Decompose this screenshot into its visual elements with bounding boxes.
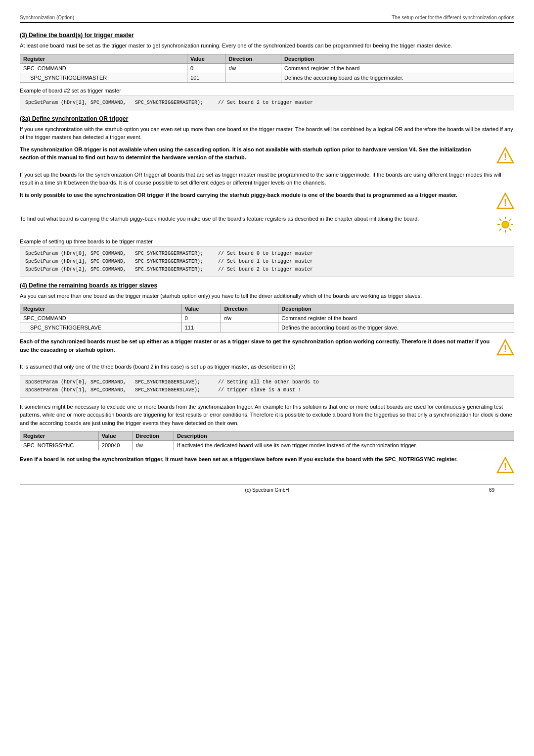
section-4-table2: Register Value Direction Description SPC… <box>20 431 514 450</box>
cell-value: 200040 <box>98 441 133 450</box>
sun-box: To find out what board is carrying the s… <box>20 215 514 234</box>
footer-center: (c) Spectrum GmbH <box>245 487 289 493</box>
cell-direction: r/w <box>133 441 174 450</box>
section-3a-para1: If you use synchronization with the star… <box>20 125 514 142</box>
col-direction: Direction <box>225 54 281 63</box>
col-direction: Direction <box>221 304 278 314</box>
warning-icon-1: ! <box>496 146 514 164</box>
warning-icon-2: ! <box>496 192 514 210</box>
section-3a-para3: To find out what board is carrying the s… <box>20 215 491 223</box>
section-3-para1: At least one board must be set as the tr… <box>20 42 514 50</box>
page-header: Synchronization (Option) The setup order… <box>20 15 514 23</box>
table-row: SPC_NOTRIGSYNC 200040 r/w If activated t… <box>20 441 514 450</box>
cell-direction <box>221 323 278 332</box>
warning-4-text: Even if a board is not using the synchro… <box>20 455 491 464</box>
section-4-para1: As you can set more than one board as th… <box>20 292 514 300</box>
section-4: (4) Define the remaining boards as trigg… <box>20 282 514 474</box>
section-3a-para2: If you set up the boards for the synchro… <box>20 171 514 187</box>
section-3a-title: (3a) Define synchronization OR trigger <box>20 115 514 122</box>
cell-value: 0 <box>187 63 225 73</box>
cell-direction: r/w <box>221 314 278 323</box>
section-3-title: (3) Define the board(s) for trigger mast… <box>20 32 514 39</box>
svg-text:!: ! <box>504 151 507 162</box>
col-description: Description <box>174 431 514 441</box>
table-row: SPC_COMMAND 0 r/w Command register of th… <box>20 63 514 73</box>
col-description: Description <box>278 304 514 314</box>
table-row: SPC_COMMAND 0 r/w Command register of th… <box>20 314 514 323</box>
col-register: Register <box>20 304 182 314</box>
warning-icon-3: ! <box>496 338 514 356</box>
section-3-code: SpcSetParam (hDrv[2], SPC_COMMAND, SPC_S… <box>20 95 514 110</box>
cell-register: SPC_NOTRIGSYNC <box>20 441 99 450</box>
svg-text:!: ! <box>504 343 507 354</box>
table-row: SPC_SYNCTRIGGERSLAVE 111 Defines the acc… <box>20 323 514 332</box>
section-3a-code: SpcSetParam (hDrv[0], SPC_COMMAND, SPC_S… <box>20 246 514 277</box>
cell-direction <box>225 73 281 82</box>
section-3a: (3a) Define synchronization OR trigger I… <box>20 115 514 277</box>
cell-register: SPC_COMMAND <box>20 314 182 323</box>
svg-line-10 <box>509 229 511 231</box>
svg-line-12 <box>499 229 501 231</box>
section-4-code: SpcSetParam (hDrv[0], SPC_COMMAND, SPC_S… <box>20 375 514 398</box>
col-register: Register <box>20 54 187 63</box>
svg-line-11 <box>509 219 511 221</box>
warning-2-text: It is only possible to use the synchroni… <box>20 191 491 199</box>
page-number: 69 <box>489 487 494 493</box>
section-4-table: Register Value Direction Description SPC… <box>20 304 514 332</box>
cell-register: SPC_SYNCTRIGGERSLAVE <box>20 323 182 332</box>
col-direction: Direction <box>133 431 174 441</box>
cell-description: If activated the dedicated board will us… <box>174 441 514 450</box>
col-value: Value <box>98 431 133 441</box>
section-3a-example-label: Example of setting up three boards to be… <box>20 238 514 244</box>
warning-icon-4: ! <box>496 456 514 474</box>
svg-point-4 <box>502 221 509 228</box>
cell-value: 101 <box>187 73 225 82</box>
section-3-example-label: Example of board #2 set as trigger maste… <box>20 88 514 94</box>
cell-direction: r/w <box>225 63 281 73</box>
warning-box-2: It is only possible to use the synchroni… <box>20 191 514 210</box>
header-left: Synchronization (Option) <box>20 15 74 20</box>
svg-line-9 <box>499 219 501 221</box>
cell-description: Defines the according board as the trigg… <box>281 73 514 82</box>
header-right: The setup order for the different synchr… <box>392 15 514 20</box>
warning-3-text: Each of the synchronized boards must be … <box>20 337 491 354</box>
page-footer: (c) Spectrum GmbH 69 <box>20 484 514 493</box>
warning-box-3: Each of the synchronized boards must be … <box>20 337 514 358</box>
warning-1-text: The synchronization OR-trigger is not av… <box>20 145 491 162</box>
col-register: Register <box>20 431 99 441</box>
svg-text:!: ! <box>504 197 507 208</box>
table-row: SPC_SYNCTRIGGERMASTER 101 Defines the ac… <box>20 73 514 82</box>
cell-value: 0 <box>181 314 221 323</box>
section-4-para3: It sometimes might be necessary to exclu… <box>20 403 514 427</box>
cell-description: Command register of the board <box>278 314 514 323</box>
col-value: Value <box>181 304 221 314</box>
section-3: (3) Define the board(s) for trigger mast… <box>20 32 514 110</box>
col-description: Description <box>281 54 514 63</box>
cell-description: Command register of the board <box>281 63 514 73</box>
svg-text:!: ! <box>504 461 507 472</box>
section-4-title: (4) Define the remaining boards as trigg… <box>20 282 514 289</box>
section-3-table: Register Value Direction Description SPC… <box>20 54 514 83</box>
warning-box-1: The synchronization OR-trigger is not av… <box>20 145 514 166</box>
cell-description: Defines the according board as the trigg… <box>278 323 514 332</box>
sun-icon <box>496 216 514 234</box>
cell-register: SPC_SYNCTRIGGERMASTER <box>20 73 187 82</box>
section-4-para2: It is assumed that only one of the three… <box>20 363 514 371</box>
col-value: Value <box>187 54 225 63</box>
warning-box-4: Even if a board is not using the synchro… <box>20 455 514 474</box>
cell-value: 111 <box>181 323 221 332</box>
cell-register: SPC_COMMAND <box>20 63 187 73</box>
